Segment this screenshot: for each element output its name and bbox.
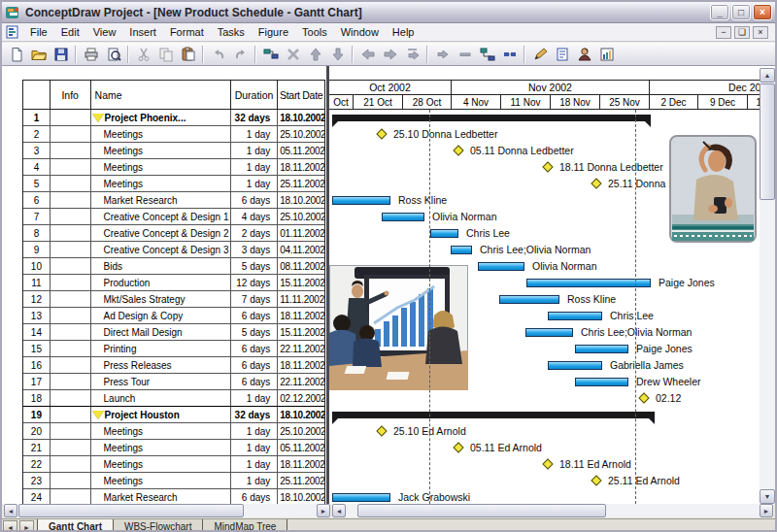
task-bar[interactable]: [332, 196, 390, 205]
mdi-minimize-button[interactable]: −: [716, 26, 731, 39]
table-row[interactable]: 2Meetings1 day25.10.2002: [23, 126, 324, 143]
table-row[interactable]: 15Printing6 days22.11.2002: [23, 341, 324, 357]
resources-button[interactable]: [573, 44, 595, 65]
table-row[interactable]: 20Meetings1 day25.10.2002: [23, 423, 324, 440]
milestone-diamond[interactable]: [376, 128, 387, 139]
milestone-diamond[interactable]: [591, 475, 601, 485]
delete-task-button[interactable]: [282, 44, 304, 65]
table-row[interactable]: 5Meetings1 day25.11.2002: [23, 176, 324, 192]
col-header-start[interactable]: Start Date: [278, 81, 324, 109]
vertical-scrollbar[interactable]: ▲ ▼: [760, 68, 775, 504]
chart-scroll-left-button[interactable]: ◄: [332, 504, 346, 517]
table-row[interactable]: 22Meetings1 day18.11.2002: [23, 456, 324, 473]
print-preview-button[interactable]: [102, 44, 124, 65]
task-bar[interactable]: [332, 493, 390, 502]
task-bar[interactable]: [575, 378, 628, 386]
task-bar[interactable]: [525, 328, 573, 337]
split-task-button[interactable]: [498, 44, 521, 65]
summary-bar[interactable]: [332, 412, 655, 418]
milestone-diamond[interactable]: [542, 458, 553, 469]
menu-window[interactable]: Window: [334, 24, 386, 40]
chart-h-scrollbar[interactable]: ◄ ►: [332, 504, 773, 517]
col-header-info[interactable]: Info: [51, 81, 91, 109]
task-bar[interactable]: [526, 279, 651, 287]
table-row[interactable]: 11Production12 days15.11.2002: [23, 275, 324, 291]
mdi-restore-button[interactable]: ❏: [734, 26, 750, 39]
paste-button[interactable]: [177, 44, 199, 65]
chart-scroll-right-button[interactable]: ►: [760, 504, 773, 517]
cut-button[interactable]: [132, 44, 154, 65]
table-row[interactable]: 16Press Releases6 days18.11.2002: [23, 357, 324, 374]
table-row[interactable]: 21Meetings1 day05.11.2002: [23, 440, 324, 456]
table-row[interactable]: 17Press Tour6 days22.11.2002: [23, 374, 324, 390]
col-header-duration[interactable]: Duration: [231, 81, 279, 109]
link-arrow-button[interactable]: [431, 44, 454, 65]
table-h-scrollbar[interactable]: ◄ ►: [4, 504, 330, 517]
woman-photo[interactable]: [669, 135, 757, 243]
insert-task-button[interactable]: [259, 44, 282, 65]
table-scroll-left-button[interactable]: ◄: [4, 504, 17, 517]
task-bar[interactable]: [478, 262, 524, 271]
unlink-minus-button[interactable]: [454, 44, 476, 65]
collapse-triangle-icon[interactable]: [92, 411, 104, 419]
maximize-button[interactable]: □: [731, 4, 751, 20]
document-icon[interactable]: [5, 25, 20, 39]
link-tasks-button[interactable]: [476, 44, 498, 65]
open-folder-button[interactable]: [27, 44, 50, 65]
table-row[interactable]: 10Bids5 days08.11.2002: [23, 258, 324, 275]
table-row[interactable]: 13Ad Design & Copy6 days18.11.2002: [23, 308, 324, 324]
tab-mindmap-tree[interactable]: MindMap Tree: [202, 519, 287, 532]
table-row[interactable]: 7Creative Concept & Design 14 days25.10.…: [23, 209, 324, 225]
menu-view[interactable]: View: [86, 24, 123, 40]
menu-figure[interactable]: Figure: [252, 24, 295, 40]
table-row[interactable]: 24Market Research6 days18.10.2002: [23, 489, 324, 504]
task-bar[interactable]: [430, 229, 458, 238]
menu-tools[interactable]: Tools: [295, 24, 334, 40]
task-notes-button[interactable]: [551, 44, 573, 65]
task-bar[interactable]: [575, 345, 628, 353]
indent-task-button[interactable]: [379, 44, 401, 65]
vertical-scroll-thumb[interactable]: [760, 83, 775, 200]
print-button[interactable]: [80, 44, 102, 65]
tab-wbs-flowchart[interactable]: WBS-Flowchart: [113, 519, 203, 532]
move-task-down-button[interactable]: [326, 44, 349, 65]
table-row[interactable]: 1Project Phoenix...32 days18.10.2002: [23, 110, 324, 126]
table-row[interactable]: 8Creative Concept & Design 22 days01.11.…: [23, 225, 324, 242]
milestone-diamond[interactable]: [453, 145, 463, 155]
table-row[interactable]: 4Meetings1 day18.11.2002: [23, 159, 324, 176]
minimize-button[interactable]: _: [710, 4, 729, 20]
new-document-button[interactable]: [5, 44, 27, 65]
task-bar[interactable]: [382, 213, 424, 221]
table-scroll-right-button[interactable]: ►: [317, 504, 330, 517]
scroll-down-button[interactable]: ▼: [760, 489, 775, 504]
tab-gantt-chart[interactable]: Gantt Chart: [37, 519, 114, 532]
task-bar[interactable]: [451, 246, 472, 254]
menu-tasks[interactable]: Tasks: [211, 24, 252, 40]
table-row[interactable]: 19Project Houston32 days18.10.2002: [23, 406, 324, 423]
milestone-diamond[interactable]: [542, 161, 553, 172]
collapse-triangle-icon[interactable]: [92, 114, 104, 122]
menu-insert[interactable]: Insert: [122, 24, 163, 40]
col-header-name[interactable]: Name: [91, 81, 231, 109]
tab-scroll-right-button[interactable]: ►: [19, 520, 34, 532]
milestone-diamond[interactable]: [453, 442, 463, 452]
report-view-button[interactable]: [595, 44, 618, 65]
copy-button[interactable]: [154, 44, 177, 65]
close-button[interactable]: ×: [753, 4, 772, 20]
scroll-up-button[interactable]: ▲: [760, 68, 775, 83]
indent-all-button[interactable]: [401, 44, 423, 65]
move-task-up-button[interactable]: [304, 44, 326, 65]
table-row[interactable]: 18Launch1 day02.12.2002: [23, 390, 324, 407]
table-row[interactable]: 6Market Research6 days18.10.2002: [23, 192, 324, 209]
summary-bar[interactable]: [332, 115, 651, 121]
table-row[interactable]: 23Meetings1 day25.11.2002: [23, 473, 324, 489]
table-row[interactable]: 3Meetings1 day05.11.2002: [23, 143, 324, 159]
milestone-diamond[interactable]: [638, 392, 649, 403]
milestone-diamond[interactable]: [376, 425, 387, 436]
menu-format[interactable]: Format: [163, 24, 211, 40]
table-h-scroll-thumb[interactable]: [18, 504, 244, 517]
menu-edit[interactable]: Edit: [54, 24, 86, 40]
meeting-photo[interactable]: [329, 265, 468, 390]
milestone-diamond[interactable]: [591, 178, 601, 188]
col-header-number[interactable]: [23, 81, 51, 109]
